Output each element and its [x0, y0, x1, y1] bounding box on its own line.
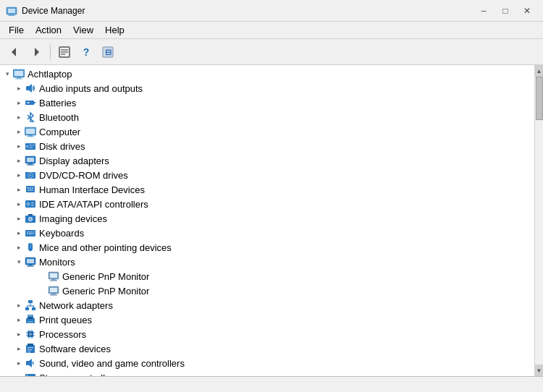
svg-point-42 [28, 203, 29, 205]
tree-item-monitor2[interactable]: Generic PnP Monitor [0, 284, 534, 298]
hid-icon [25, 184, 36, 195]
ide-label: IDE ATA/ATAPI controllers [39, 199, 148, 210]
ide-expand-icon [13, 198, 25, 210]
scrollbar[interactable]: ▲ ▼ [534, 65, 543, 376]
tree-item-disk[interactable]: Disk drives [0, 139, 534, 153]
tree-item-ide[interactable]: IDE ATA/ATAPI controllers [0, 197, 534, 211]
bluetooth-expand-icon [13, 111, 25, 123]
audio-icon [25, 82, 36, 94]
toolbar-help[interactable]: ? [76, 43, 96, 61]
svg-marker-5 [35, 48, 39, 56]
svg-rect-3 [8, 15, 15, 16]
tree-item-hid[interactable]: Human Interface Devices [0, 182, 534, 197]
ide-icon [25, 198, 36, 210]
sound-expand-icon [13, 357, 25, 369]
tree-item-print[interactable]: Print queues [0, 312, 534, 327]
monitors-label: Monitors [39, 257, 75, 268]
imaging-icon [25, 213, 36, 224]
batteries-icon [25, 97, 36, 108]
tree-item-monitors[interactable]: Monitors [0, 255, 534, 269]
svg-rect-14 [17, 77, 21, 79]
tree-item-keyboards[interactable]: Keyboards [0, 226, 534, 240]
network-label: Network adapters [39, 300, 113, 311]
sound-label: Sound, video and game controllers [39, 358, 185, 369]
menu-view[interactable]: View [67, 22, 99, 38]
svg-rect-26 [29, 145, 35, 146]
computer-expand-icon [13, 126, 25, 137]
svg-rect-74 [32, 307, 35, 310]
tree-item-batteries[interactable]: Batteries [0, 95, 534, 110]
svg-rect-27 [29, 147, 33, 148]
tree-view[interactable]: Achtlaptop Audio inputs and outputs [0, 65, 534, 376]
close-button[interactable]: ✕ [517, 3, 537, 19]
svg-rect-86 [29, 333, 32, 336]
tree-item-monitor1[interactable]: Generic PnP Monitor [0, 269, 534, 284]
software-label: Software devices [39, 344, 111, 354]
tree-item-audio[interactable]: Audio inputs and outputs [0, 81, 534, 95]
keyboards-label: Keyboards [39, 228, 84, 239]
svg-rect-73 [25, 307, 29, 310]
tree-item-storctrl[interactable]: Storage controllers [0, 370, 534, 376]
computer-icon [25, 126, 36, 137]
svg-rect-99 [28, 351, 30, 353]
tree-item-dvd[interactable]: DVD/CD-ROM drives [0, 168, 534, 182]
svg-rect-35 [26, 186, 35, 192]
svg-marker-4 [12, 48, 16, 56]
dvd-label: DVD/CD-ROM drives [39, 170, 128, 181]
svg-rect-39 [28, 189, 33, 191]
svg-rect-79 [26, 318, 35, 323]
storctrl-icon [25, 372, 36, 376]
disk-expand-icon [13, 140, 25, 152]
menu-help[interactable]: Help [99, 22, 130, 38]
toolbar-back[interactable] [4, 43, 25, 61]
tree-item-computer[interactable]: Computer [0, 124, 534, 139]
svg-rect-30 [28, 163, 33, 165]
keyboards-icon [25, 227, 36, 239]
tree-item-mice[interactable]: Mice and other pointing devices [0, 240, 534, 255]
network-expand-icon [13, 299, 25, 311]
tree-root[interactable]: Achtlaptop [0, 67, 534, 81]
toolbar-sep-1 [50, 45, 51, 59]
menu-bar: File Action View Help [0, 22, 543, 39]
svg-text:⊟: ⊟ [105, 48, 111, 56]
svg-rect-54 [29, 234, 32, 235]
svg-rect-50 [29, 231, 30, 233]
tree-item-imaging[interactable]: Imaging devices [0, 211, 534, 226]
svg-rect-21 [26, 129, 35, 134]
menu-action[interactable]: Action [30, 22, 67, 38]
menu-file[interactable]: File [3, 22, 30, 38]
svg-rect-51 [31, 231, 33, 233]
audio-label: Audio inputs and outputs [39, 83, 143, 94]
tree-item-network[interactable]: Network adapters [0, 298, 534, 312]
toolbar-forward[interactable] [26, 43, 46, 61]
toolbar-update[interactable]: ⊟ [98, 43, 118, 61]
monitor2-label: Generic PnP Monitor [62, 286, 149, 297]
maximize-button[interactable]: □ [495, 3, 515, 19]
minimize-button[interactable]: – [473, 3, 494, 19]
dvd-expand-icon [13, 169, 25, 181]
keyboards-expand-icon [13, 227, 25, 239]
svg-rect-29 [27, 158, 34, 162]
svg-rect-15 [15, 79, 22, 80]
tree-item-bluetooth[interactable]: Bluetooth [0, 110, 534, 124]
toolbar-properties[interactable] [54, 43, 75, 61]
print-expand-icon [13, 314, 25, 325]
monitor1-icon [48, 270, 59, 282]
svg-rect-13 [14, 71, 23, 76]
toolbar: ? ⊟ [0, 39, 543, 65]
svg-rect-52 [33, 231, 35, 233]
svg-rect-61 [27, 259, 34, 263]
svg-rect-97 [28, 347, 33, 349]
network-icon [25, 299, 36, 311]
tree-item-display[interactable]: Display adapters [0, 153, 534, 168]
monitor2-icon [48, 285, 59, 297]
svg-rect-43 [31, 203, 34, 204]
tree-item-sound[interactable]: Sound, video and game controllers [0, 356, 534, 370]
tree-item-software[interactable]: Software devices [0, 341, 534, 356]
audio-expand-icon [13, 82, 25, 94]
svg-rect-81 [28, 321, 33, 322]
storctrl-expand-icon [13, 372, 25, 376]
svg-rect-62 [28, 265, 33, 266]
bluetooth-icon [25, 111, 36, 123]
tree-item-processors[interactable]: Processors [0, 327, 534, 341]
